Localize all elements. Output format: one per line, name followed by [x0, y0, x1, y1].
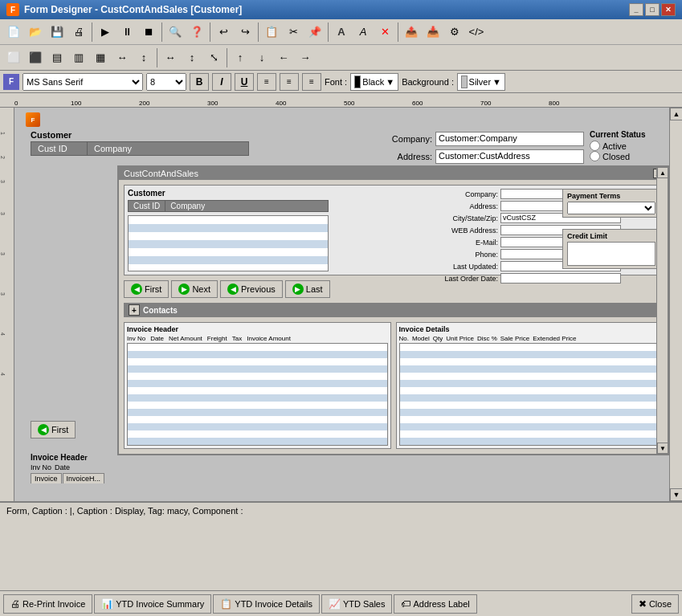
credit-limit-input[interactable] [567, 242, 655, 266]
minimize-button[interactable]: _ [629, 3, 643, 16]
company-input[interactable]: Customer:Company [435, 132, 584, 146]
bg-color-swatch [461, 75, 468, 88]
bg-color-name: Silver [469, 77, 492, 87]
left-invoice-cols: Inv No Date [31, 463, 135, 471]
inner-cust-header: Cust ID Company [128, 200, 329, 212]
size-w-button[interactable]: ↔ [160, 47, 181, 68]
copy-button[interactable]: 📋 [261, 22, 282, 43]
space-v-button[interactable]: ↕ [133, 47, 154, 68]
space-h-button[interactable]: ↔ [112, 47, 133, 68]
save-button[interactable]: 💾 [47, 22, 67, 43]
inner-scroll-down-btn[interactable]: ▼ [657, 443, 668, 454]
inner-email-label: E-Mail: [426, 239, 498, 247]
active-radio[interactable] [590, 141, 600, 151]
inner-first-button[interactable]: ◀ First [124, 280, 169, 298]
new-button[interactable]: 📄 [3, 22, 24, 43]
align-right-text-button[interactable]: ≡ [302, 73, 321, 91]
contacts-bar[interactable]: + Contacts [124, 303, 663, 317]
undo-button[interactable]: ↩ [213, 22, 234, 43]
invoice-details-table [399, 343, 660, 446]
inner-content: Customer Cust ID Company [119, 180, 668, 454]
font-color-dropdown-icon[interactable]: ▼ [386, 77, 394, 87]
italic-button[interactable]: I [212, 73, 231, 91]
help-button[interactable]: ❓ [186, 22, 207, 43]
delete-button[interactable]: ✕ [374, 22, 395, 43]
font-color-box[interactable]: Black ▼ [350, 73, 398, 91]
nudge-up-button[interactable]: ↑ [230, 47, 251, 68]
inner-company-header: Company [165, 201, 328, 211]
align-center-button[interactable]: ⬛ [25, 47, 46, 68]
invoice-tab-2[interactable]: InvoiceH... [63, 473, 105, 483]
italic-a-button[interactable]: A [353, 22, 374, 43]
nudge-down-button[interactable]: ↓ [251, 47, 272, 68]
nudge-right-button[interactable]: → [295, 47, 316, 68]
close-button[interactable]: ✕ [661, 3, 676, 16]
cut-button[interactable]: ✂ [283, 22, 304, 43]
font-name-select[interactable]: MS Sans Serif [22, 73, 143, 91]
align-left-text-button[interactable]: ≡ [257, 73, 276, 91]
payment-terms-box: Payment Terms [562, 189, 659, 218]
closed-label: Closed [602, 152, 630, 161]
sep7 [157, 48, 157, 67]
closed-radio[interactable] [590, 151, 600, 161]
inner-scroll-up-btn[interactable]: ▲ [657, 167, 668, 178]
customer-section-label: Customer [31, 130, 71, 140]
inner-last-order-input[interactable] [500, 273, 621, 284]
ruler: 0 100 200 300 400 500 600 700 800 [0, 93, 682, 108]
pause-button[interactable]: ⏸ [116, 22, 137, 43]
address-input[interactable]: Customer:CustAddress [435, 149, 584, 164]
redo-button[interactable]: ↪ [235, 22, 255, 43]
properties-button[interactable]: ⚙ [444, 22, 465, 43]
bg-color-dropdown-icon[interactable]: ▼ [492, 77, 501, 87]
size-both-button[interactable]: ⤡ [203, 47, 224, 68]
closed-radio-row: Closed [590, 151, 645, 161]
company-label: Company: [384, 134, 432, 144]
contacts-plus-icon[interactable]: + [129, 304, 140, 316]
bold-button[interactable]: B [190, 73, 209, 91]
stop-button[interactable]: ⏹ [138, 22, 159, 43]
align-left-button[interactable]: ⬜ [3, 47, 24, 68]
font-color-name: Black [362, 77, 384, 87]
align-right-button[interactable]: ▤ [47, 47, 67, 68]
nudge-left-button[interactable]: ← [273, 47, 294, 68]
inner-prev-icon: ◀ [227, 284, 239, 295]
invoice-tab-1[interactable]: Invoice [31, 473, 62, 483]
left-invoice-section: Invoice Header Inv No Date Invoice Invoi… [31, 453, 135, 483]
invoice-header-table [127, 343, 388, 446]
font-size-select[interactable]: 8 [146, 73, 186, 91]
align-top-button[interactable]: ▥ [68, 47, 89, 68]
run-button[interactable]: ▶ [95, 22, 116, 43]
underline-button[interactable]: U [235, 73, 254, 91]
align-bottom-button[interactable]: ▦ [90, 47, 111, 68]
canvas-scroll-down[interactable]: ▼ [670, 488, 682, 501]
payment-terms-select[interactable] [567, 202, 655, 214]
font-toolbar: F MS Sans Serif 8 B I U ≡ ≡ ≡ Font : Bla… [0, 71, 682, 93]
inner-previous-button[interactable]: ◀ Previous [220, 280, 283, 298]
inner-phone-label: Phone: [426, 251, 498, 259]
inner-last-order-label: Last Order Date: [426, 275, 498, 283]
open-button[interactable]: 📂 [25, 22, 46, 43]
align-center-text-button[interactable]: ≡ [280, 73, 299, 91]
canvas-scroll-up[interactable]: ▲ [670, 108, 682, 120]
outer-first-button[interactable]: ◀ First [31, 421, 76, 439]
inner-last-updated-label: Last Updated: [426, 263, 498, 271]
export-button[interactable]: 📤 [401, 22, 422, 43]
paste-button[interactable]: 📌 [304, 22, 325, 43]
size-h-button[interactable]: ↕ [182, 47, 202, 68]
font-color-swatch [354, 75, 361, 88]
form-icon: F [26, 112, 40, 127]
bold-a-button[interactable]: A [331, 22, 352, 43]
inner-cust-list [128, 215, 329, 271]
inner-next-button[interactable]: ▶ Next [171, 280, 218, 298]
zoom-button[interactable]: 🔍 [165, 22, 186, 43]
code-button[interactable]: </> [466, 22, 487, 43]
import-button[interactable]: 📥 [423, 22, 443, 43]
maximize-button[interactable]: □ [645, 3, 660, 16]
inner-last-button[interactable]: ▶ Last [285, 280, 330, 298]
bg-color-box[interactable]: Silver ▼ [457, 73, 505, 91]
first-icon: ◀ [38, 424, 49, 435]
window-title: Form Designer - CustContAndSales [Custom… [24, 4, 242, 15]
inv-col-invno: Inv No [127, 335, 145, 342]
outer-nav-row: ◀ First [31, 421, 76, 439]
print-button[interactable]: 🖨 [68, 22, 89, 43]
